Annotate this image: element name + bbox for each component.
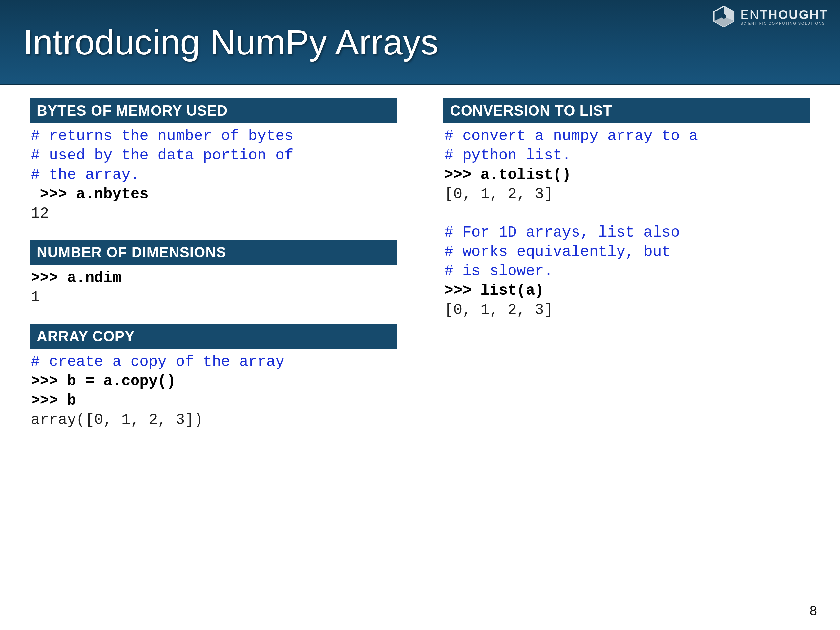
code-bytes: # returns the number of bytes # used by …	[30, 123, 397, 232]
code-line: >>> a.nbytes	[31, 186, 148, 203]
code-line: # used by the data portion of	[31, 147, 294, 164]
code-line: # python list.	[444, 147, 571, 164]
code-line: >>> list(a)	[444, 282, 544, 299]
section-header-bytes: BYTES OF MEMORY USED	[30, 98, 397, 123]
code-line: # convert a numpy array to a	[444, 128, 698, 145]
code-ndim: >>> a.ndim 1	[30, 265, 397, 316]
code-line: >>> a.tolist()	[444, 166, 571, 183]
brand-left: EN	[740, 8, 759, 22]
code-line: # the array.	[31, 166, 139, 183]
code-line: [0, 1, 2, 3]	[444, 186, 553, 203]
brand-logo: ENTHOUGHT SCIENTIFIC COMPUTING SOLUTIONS	[712, 5, 828, 28]
code-line: 12	[31, 205, 49, 222]
code-line: >>> b	[31, 392, 76, 409]
section-header-ndim: NUMBER OF DIMENSIONS	[30, 240, 397, 265]
code-line: >>> a.ndim	[31, 269, 122, 286]
section-copy: ARRAY COPY # create a copy of the array …	[30, 324, 397, 438]
code-line: # create a copy of the array	[31, 354, 284, 371]
section-header-copy: ARRAY COPY	[30, 324, 397, 349]
right-column: CONVERSION TO LIST # convert a numpy arr…	[443, 98, 810, 610]
brand-text: ENTHOUGHT SCIENTIFIC COMPUTING SOLUTIONS	[740, 8, 828, 25]
left-column: BYTES OF MEMORY USED # returns the numbe…	[30, 98, 397, 610]
brand-tagline: SCIENTIFIC COMPUTING SOLUTIONS	[740, 21, 828, 25]
section-ndim: NUMBER OF DIMENSIONS >>> a.ndim 1	[30, 240, 397, 316]
code-line: # is slower.	[444, 263, 553, 280]
code-line: 1	[31, 289, 40, 306]
code-tolist: # convert a numpy array to a # python li…	[443, 123, 810, 328]
code-line: # returns the number of bytes	[31, 128, 294, 145]
section-tolist: CONVERSION TO LIST # convert a numpy arr…	[443, 98, 810, 328]
code-line: # works equivalently, but	[444, 243, 671, 261]
slide-title: Introducing NumPy Arrays	[23, 22, 439, 63]
code-line: [0, 1, 2, 3]	[444, 302, 553, 319]
section-bytes: BYTES OF MEMORY USED # returns the numbe…	[30, 98, 397, 232]
svg-point-1	[722, 14, 726, 19]
section-header-tolist: CONVERSION TO LIST	[443, 98, 810, 123]
code-line: >>> b = a.copy()	[31, 373, 176, 390]
code-copy: # create a copy of the array >>> b = a.c…	[30, 349, 397, 438]
enthought-mark-icon	[712, 5, 736, 28]
title-bar: Introducing NumPy Arrays ENTHOUGHT SCIEN…	[0, 0, 840, 85]
slide: Introducing NumPy Arrays ENTHOUGHT SCIEN…	[0, 0, 840, 630]
page-number: 8	[810, 603, 817, 618]
code-line: array([0, 1, 2, 3])	[31, 412, 203, 428]
slide-body: BYTES OF MEMORY USED # returns the numbe…	[30, 98, 810, 610]
brand-right: THOUGHT	[759, 8, 828, 22]
code-line: # For 1D arrays, list also	[444, 224, 680, 241]
